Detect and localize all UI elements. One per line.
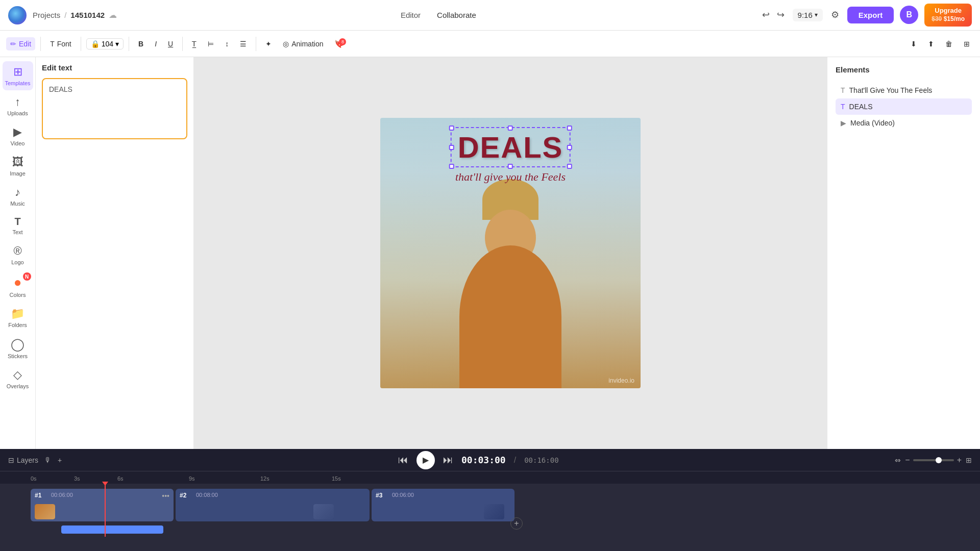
deals-text[interactable]: DEALS: [451, 127, 571, 167]
person-figure: [439, 194, 582, 388]
sidebar-item-overlays[interactable]: ◇ Overlays: [3, 364, 33, 393]
canvas-video[interactable]: DEALS that'll give you the Feels invideo…: [380, 118, 641, 388]
ruler-tick-15s: 15s: [332, 475, 341, 482]
selection-handle-ml[interactable]: [449, 145, 454, 150]
sidebar-item-logo[interactable]: ® Logo: [3, 240, 33, 269]
microphone-button[interactable]: 🎙: [44, 456, 52, 464]
fit-to-screen-button[interactable]: ⇔: [895, 456, 901, 464]
timeline-ruler: 0s 3s 6s 9s 12s 15s: [0, 471, 980, 484]
magic-wand-icon: ✦: [265, 40, 272, 48]
selection-handle-bl[interactable]: [449, 164, 454, 169]
export-button[interactable]: Export: [847, 7, 894, 23]
playback-controls: ⏮ ▶ ⏭ 00:03:00 / 00:16:00: [68, 451, 889, 469]
projects-link[interactable]: Projects: [33, 11, 60, 19]
sidebar-item-video[interactable]: ▶ Video: [3, 121, 33, 151]
sidebar-item-text[interactable]: T Text: [3, 212, 33, 239]
notification-badge: 8: [339, 38, 346, 45]
trash-icon[interactable]: 🗑: [941, 37, 957, 51]
toolbar-separator2: [81, 37, 81, 51]
animation-button[interactable]: ◎ Animation: [279, 37, 327, 51]
grid-icon[interactable]: ⊞: [960, 37, 974, 51]
upgrade-button[interactable]: Upgrade $30 $15/mo: [924, 4, 972, 26]
selection-handle-tl[interactable]: [449, 126, 454, 131]
media-icon: ▶: [841, 119, 846, 127]
selection-handle-mr[interactable]: [567, 145, 572, 150]
bold-button[interactable]: B: [134, 37, 148, 51]
topbar-right: ↩ ↪ 9:16 ▾ ⚙ Export B Upgrade $30 $15/mo: [760, 4, 972, 26]
cloud-icon: ☁: [109, 10, 117, 20]
panel-text-value: DEALS: [49, 85, 72, 93]
play-button[interactable]: ▶: [416, 451, 435, 469]
add-track-button[interactable]: +: [510, 517, 523, 530]
font-size-control[interactable]: 🔒 104 ▾: [86, 38, 124, 49]
font-button[interactable]: T Font: [46, 37, 76, 51]
prev-button[interactable]: ⏮: [398, 454, 408, 466]
align-left-icon: ⊨: [208, 40, 214, 48]
timeline-tracks: #1 00:06:00 ••• #2 00:08:00 #3 00:: [0, 484, 980, 537]
timeline-area: 0s 3s 6s 9s 12s 15s #1 00:06:00 •••: [0, 471, 980, 551]
text-align-left-button[interactable]: ⊨: [204, 37, 218, 51]
bookmark-button[interactable]: 🔖 8: [330, 37, 347, 51]
collaborate-button[interactable]: Collaborate: [437, 11, 476, 19]
redo-button[interactable]: ↪: [775, 7, 787, 22]
element-item-media[interactable]: ▶ Media (Video): [836, 115, 972, 131]
sidebar-item-stickers[interactable]: ◯ Stickers: [3, 333, 33, 363]
zoom-in-button[interactable]: +: [957, 456, 962, 465]
undo-button[interactable]: ↩: [760, 7, 772, 22]
text-align-button[interactable]: ☰: [236, 37, 251, 51]
clip-1[interactable]: #1 00:06:00 •••: [31, 489, 174, 521]
clip-2[interactable]: #2 00:08:00: [176, 489, 370, 521]
add-element-button[interactable]: +: [58, 456, 62, 464]
aspect-ratio-selector[interactable]: 9:16 ▾: [793, 9, 823, 21]
sidebar-item-colors[interactable]: N ● Colors: [3, 270, 33, 302]
settings-icon[interactable]: ⚙: [829, 7, 841, 22]
clip-2-thumb: [313, 504, 334, 519]
line-height-button[interactable]: ↕: [221, 37, 233, 51]
upgrade-price: $30 $15/mo: [932, 15, 965, 23]
download-icon[interactable]: ⬇: [906, 37, 921, 51]
text-input-box[interactable]: DEALS: [42, 78, 187, 139]
zoom-out-button[interactable]: −: [905, 456, 910, 465]
canvas-container: DEALS that'll give you the Feels invideo…: [380, 118, 641, 388]
sidebar-item-uploads[interactable]: ↑ Uploads: [3, 91, 33, 120]
plus-icon: +: [58, 456, 62, 464]
stickers-icon: ◯: [11, 337, 24, 352]
selection-handle-bc[interactable]: [508, 164, 513, 169]
overlays-icon: ◇: [13, 368, 22, 382]
sidebar-item-music[interactable]: ♪ Music: [3, 182, 33, 211]
layers-button[interactable]: ⊟ Layers: [8, 456, 38, 464]
grid-view-button[interactable]: ⊞: [966, 456, 972, 464]
user-avatar[interactable]: B: [900, 6, 918, 24]
magic-wand-button[interactable]: ✦: [261, 37, 276, 51]
zoom-slider[interactable]: [913, 459, 954, 461]
next-button[interactable]: ⏭: [443, 454, 453, 466]
app-logo[interactable]: [8, 6, 27, 24]
selection-handle-br[interactable]: [567, 164, 572, 169]
underline-button[interactable]: U: [164, 37, 177, 51]
folders-icon: 📁: [11, 307, 24, 320]
panel-title: Edit text: [42, 63, 187, 72]
clip-1-menu-icon[interactable]: •••: [162, 492, 169, 500]
clip-2-label: #2: [180, 492, 186, 499]
editor-label: Editor: [401, 11, 421, 19]
clip-3[interactable]: #3 00:06:00: [372, 489, 514, 521]
selection-handle-tr[interactable]: [567, 126, 572, 131]
element-item-text1[interactable]: T That'll Give You The Feels: [836, 82, 972, 98]
upload-icon[interactable]: ⬆: [924, 37, 938, 51]
zoom-thumb: [936, 457, 942, 463]
selection-handle-tc[interactable]: [508, 126, 513, 131]
sidebar-item-image[interactable]: 🖼 Image: [3, 152, 33, 181]
text-icon: T: [14, 216, 20, 228]
edit-button[interactable]: ✏ Edit: [6, 37, 35, 51]
element-item-text2[interactable]: T DEALS: [836, 98, 972, 115]
align-icon: ☰: [240, 40, 247, 48]
sidebar-item-folders[interactable]: 📁 Folders: [3, 303, 33, 332]
text-color-button[interactable]: T̲: [188, 37, 201, 51]
text1-icon: T: [841, 86, 845, 94]
italic-button[interactable]: I: [151, 37, 161, 51]
deals-text-overlay[interactable]: DEALS that'll give you the Feels: [451, 127, 571, 184]
subtitle-track[interactable]: [61, 525, 163, 534]
microphone-icon: 🎙: [44, 456, 52, 464]
sidebar-item-templates[interactable]: ⊞ Templates: [3, 61, 33, 90]
toolbar-separator3: [129, 37, 129, 51]
